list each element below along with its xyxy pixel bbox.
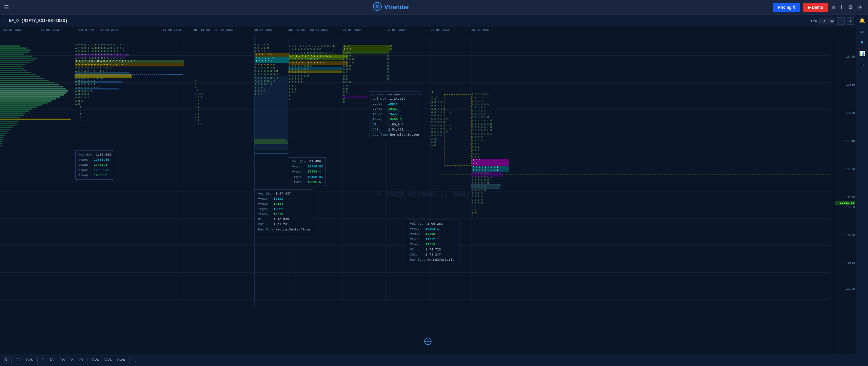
- bottom-btn-tv[interactable]: T-V: [47, 357, 57, 363]
- info-box-3d: Vol Qty 1,03,502 Vvpoc 19388.65 Vvwap 19…: [75, 150, 114, 180]
- price-19380: 19380: [835, 83, 855, 87]
- bottom-divider-2: [37, 357, 38, 364]
- price-19360: 19360: [835, 111, 855, 115]
- svg-rect-20: [0, 62, 30, 63]
- svg-rect-37: [0, 96, 60, 98]
- bottom-btn-gv[interactable]: GV: [14, 357, 22, 363]
- notes-icon[interactable]: ≡: [861, 40, 863, 45]
- svg-rect-35: [0, 92, 66, 94]
- svg-rect-26: [0, 74, 36, 75]
- tpo-select[interactable]: 3510: [819, 18, 835, 24]
- menu-icon[interactable]: ≡: [831, 3, 836, 12]
- svg-rect-58: [0, 139, 3, 140]
- svg-rect-24: [0, 70, 27, 71]
- svg-rect-83: [254, 141, 288, 144]
- info-box-24-main: Vol Qty 1,24,939 Vvpoc 19544 Vvwap 19461…: [370, 95, 422, 139]
- bottom-btn-v[interactable]: V: [69, 357, 75, 363]
- date-label-9: 24-08-2023: [387, 28, 405, 32]
- alert-icon[interactable]: 🔔: [859, 18, 865, 23]
- crosshair-icon[interactable]: [423, 337, 433, 347]
- bottom-divider-4: [129, 357, 130, 364]
- svg-rect-18: [0, 58, 37, 59]
- bottom-btn-vva[interactable]: V-VA: [102, 357, 114, 363]
- watermark: © 2023 Vtrend... Charts: [376, 190, 479, 199]
- bottom-btn-d[interactable]: D: [3, 357, 9, 363]
- chart-icon[interactable]: 📊: [859, 51, 865, 57]
- svg-rect-38: [0, 98, 56, 100]
- svg-rect-41: [0, 104, 42, 106]
- svg-point-101: [427, 341, 429, 342]
- svg-rect-53: [0, 129, 11, 130]
- svg-rect-82: [254, 139, 287, 141]
- svg-rect-51: [0, 125, 15, 126]
- profile-24-text: L M L M M M M M M M M M M: [387, 45, 414, 81]
- bottom-btn-hva[interactable]: H-VA: [115, 357, 127, 363]
- demo-button[interactable]: ▶ Demo: [803, 3, 828, 12]
- back-button[interactable]: ←: [3, 18, 5, 24]
- bottom-btn-gvn[interactable]: GVN: [24, 357, 36, 363]
- pricing-button[interactable]: Pricing ₹: [773, 3, 800, 12]
- date-label-8: 23-08-2023: [342, 28, 361, 32]
- info-box-28-bottom: Vol Qty 1,06,263 Vvpoc 19293.1 Vvwap 193…: [407, 220, 459, 264]
- logo-area: V Vtrender: [373, 2, 409, 13]
- price-19280: 19280: [835, 206, 855, 209]
- hamburger-icon[interactable]: ☰: [4, 4, 9, 11]
- svg-rect-55: [0, 133, 7, 134]
- price-19281: 19281.00: [835, 201, 855, 205]
- info-box-18: Vol Qty 1,27,437 Vvpoc 19321 Vvwap 19324…: [255, 189, 313, 234]
- profile-28-upper: G H I J K L G H I J G H I J G H I J K L …: [472, 93, 509, 219]
- profile-18-text: A F J L M A F J L M A F J L M ⊙ E F J L …: [255, 43, 289, 96]
- grid-icon[interactable]: ⊞: [857, 3, 864, 12]
- zoom-out-button[interactable]: −: [837, 17, 845, 25]
- date-label-4: 11-08-2023: [163, 28, 181, 32]
- svg-rect-19: [0, 60, 34, 61]
- svg-rect-27: [0, 76, 40, 77]
- svg-rect-52: [0, 127, 13, 128]
- svg-rect-40: [0, 102, 47, 104]
- date-label-7: 2D: 21-08 - 22-08-2023: [288, 28, 329, 32]
- right-sidebar: 🔔 ✉ ≡ 📊 ⊞: [856, 15, 868, 366]
- svg-rect-48: [0, 119, 71, 120]
- bottom-divider-3: [87, 357, 87, 364]
- profile-3d-text: A F G H I A B C D E G A B C E K L A F G …: [75, 43, 184, 123]
- svg-rect-30: [0, 82, 54, 83]
- tpo-label: TPO: [810, 19, 817, 23]
- date-label-5: 3D: 14-08 - 17-08-2023: [193, 28, 234, 32]
- bottom-btn-tva[interactable]: T-VA: [90, 357, 101, 363]
- svg-text:V: V: [376, 4, 379, 9]
- price-axis: 19400 19380 19360 19340 19320 19300 1928…: [834, 35, 856, 354]
- svg-rect-46: [0, 115, 24, 116]
- date-label-10: 25-08-2023: [431, 28, 449, 32]
- bottom-btn-vn[interactable]: VN: [76, 357, 85, 363]
- price-19400: 19400: [835, 55, 855, 59]
- date-label-11: 28-08-2023: [471, 28, 490, 32]
- svg-rect-32: [0, 86, 63, 87]
- logo-icon: V: [373, 2, 382, 13]
- price-19320: 19320: [835, 168, 855, 171]
- profile-25-text: J I J I J G H I J G H I J G H I J K L G …: [431, 91, 458, 147]
- svg-rect-22: [0, 66, 22, 67]
- info-box-2d: Vol Qty 89,456 Vvpoc 19396.65 Vvwap 1938…: [289, 157, 326, 186]
- zoom-in-button[interactable]: +: [847, 17, 854, 25]
- svg-rect-43: [0, 108, 32, 110]
- svg-rect-17: [0, 56, 32, 57]
- profile-2d-text: G H I J K L A B C D E G H J K J K L A B …: [289, 45, 348, 101]
- mail-icon[interactable]: ✉: [861, 29, 863, 35]
- bottom-btn-more[interactable]: ⋮: [132, 357, 139, 363]
- svg-rect-29: [0, 80, 49, 81]
- date-label-3: 4D: 07-08 - 10-08-2023: [78, 28, 118, 32]
- top-bar-right: Pricing ₹ ▶ Demo ≡ ℹ ⚙ ⊞: [773, 3, 864, 12]
- logo-text: Vtrender: [384, 4, 409, 11]
- svg-rect-25: [0, 72, 31, 73]
- date-label-1: 03-08-2023: [3, 28, 22, 32]
- settings-icon[interactable]: ⚙: [847, 3, 854, 12]
- bottom-btn-t[interactable]: T: [40, 357, 46, 363]
- tpo-controls: TPO 3510 − +: [810, 17, 854, 25]
- table-icon[interactable]: ⊞: [861, 62, 863, 68]
- info-icon[interactable]: ℹ: [839, 3, 844, 12]
- svg-rect-31: [0, 84, 59, 85]
- chart-area: 03-08-2023 04-08-2023 4D: 07-08 - 10-08-…: [0, 27, 856, 354]
- svg-rect-14: [0, 49, 31, 51]
- svg-rect-13: [0, 47, 27, 49]
- bottom-btn-tdivv[interactable]: T/V: [58, 357, 67, 363]
